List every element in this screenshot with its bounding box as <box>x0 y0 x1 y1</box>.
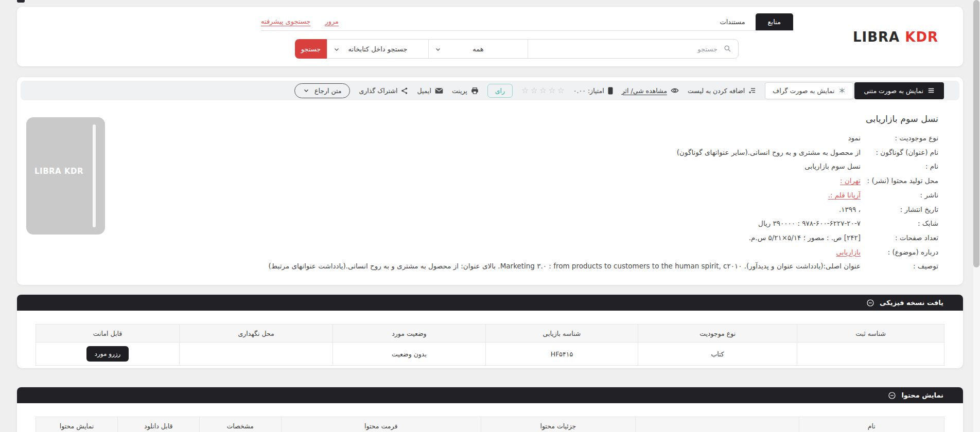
chevron-down-icon <box>334 46 340 52</box>
field-value: نسل سوم بازاریابی <box>804 161 861 171</box>
star-icon[interactable]: ☆ <box>521 86 529 95</box>
scrollbar-thumb[interactable] <box>973 0 979 267</box>
record-card: نمایش به صورت متنی نمایش به صورت گراف <box>17 77 963 285</box>
publish-place-link[interactable]: تهران : <box>840 176 861 185</box>
chevron-down-icon <box>435 46 441 52</box>
content-section-title: نمایش محتوا <box>901 391 943 399</box>
column-header: شناسه ثبت <box>797 325 944 343</box>
share-icon <box>401 87 408 95</box>
entity-type-cell: کتاب <box>638 343 797 366</box>
column-header: شناسه بازیابی <box>485 325 638 343</box>
view-as-text-button[interactable]: نمایش به صورت متنی <box>854 82 944 99</box>
field-value: ۹۷۸-۶۰۰-۶۲۲۷-۲۰-۷ : ۳۹۰۰۰۰ ریال <box>758 219 861 228</box>
collapse-section-button[interactable] <box>888 391 896 400</box>
physical-copy-card: یافت نسخه فیزیکی شناسه ثبت نوع موجودیت ش… <box>17 295 963 368</box>
vote-button[interactable]: رای <box>487 84 513 98</box>
field-label: محل تولید محتوا (نشر) : <box>861 176 938 185</box>
star-icon[interactable]: ☆ <box>557 86 564 95</box>
column-header: قابل دانلود <box>117 417 199 432</box>
field-value: از محصول به مشتری و به روح انسانی.(سایر … <box>677 148 861 157</box>
field-label: تعداد صفحات : <box>861 233 938 242</box>
logo-text-kdr: KDR <box>905 29 938 45</box>
retrieval-id-cell: HF۵۴۱۵ <box>485 343 638 366</box>
tab-documents[interactable]: مستندات <box>710 13 756 30</box>
email-button[interactable]: ایمیل <box>417 87 443 95</box>
search-location-dropdown[interactable]: جستجو داخل کتابخانه <box>327 40 429 58</box>
field-row: تعداد صفحات : [۲۴۲] ص. : مصور ؛ ۵/۱۴×۵/۲… <box>135 233 938 242</box>
tab-bar: منابع مستندات <box>710 13 793 30</box>
content-section-bar: نمایش محتوا <box>17 387 963 403</box>
search-button[interactable]: جستجو <box>295 39 327 59</box>
star-icon[interactable]: ☆ <box>539 86 547 95</box>
column-header: فرمت محتوا <box>281 417 481 432</box>
column-header-empty <box>635 417 799 432</box>
browse-link[interactable]: مرور <box>325 17 339 25</box>
column-header: محل نگهداری <box>179 325 332 343</box>
field-row: محل تولید محتوا (نشر) : تهران : <box>135 176 938 185</box>
field-value: [۲۴۲] ص. : مصور ؛ ۵/۱۴×۵/۲۱ س.م. <box>749 233 861 242</box>
share-button[interactable]: اشتراک گذاری <box>359 87 408 95</box>
field-row: درباره (موضوع) : بازاریابی <box>135 247 938 257</box>
advanced-search-link[interactable]: جستجوی پیشرفته <box>261 17 310 25</box>
status-cell: بدون وضعیت <box>333 343 486 366</box>
quick-links: مرور جستجوی پیشرفته <box>261 17 339 30</box>
search-input[interactable] <box>528 40 738 58</box>
citation-dropdown[interactable]: متن ارجاع <box>294 83 350 98</box>
table-row: کتاب HF۵۴۱۵ بدون وضعیت رزرو مورد <box>36 343 944 366</box>
field-label: درباره (موضوع) : <box>861 247 938 257</box>
field-row: تاریخ انتشار : ، ۱۳۹۹. <box>135 205 938 214</box>
reserve-item-button[interactable]: رزرو مورد <box>86 346 129 362</box>
star-icon[interactable]: ☆ <box>530 86 537 95</box>
column-header: نوع موجودیت <box>638 325 797 343</box>
table-header-row: نام جزئیات محتوا فرمت محتوا مشخصات قابل … <box>36 417 944 432</box>
cutoff-element-fragment <box>17 0 25 3</box>
tab-resources[interactable]: منابع <box>756 13 793 30</box>
collapse-section-button[interactable] <box>866 299 874 307</box>
field-row: نوع موجودیت : نمود <box>135 133 938 142</box>
record-toolbar: نمایش به صورت متنی نمایش به صورت گراف <box>21 81 959 100</box>
field-value: ، ۱۳۹۹. <box>839 205 861 214</box>
add-to-list-button[interactable]: اضافه کردن به لیست <box>688 87 756 95</box>
envelope-icon <box>435 87 443 94</box>
physical-copies-table: شناسه ثبت نوع موجودیت شناسه بازیابی وضعی… <box>36 324 944 366</box>
search-scope-dropdown[interactable]: همه <box>429 40 528 58</box>
minus-circle-icon <box>866 299 874 307</box>
logo-text-libra: LIBRA <box>853 29 900 45</box>
score-display: امتیاز: ۰.۰۰ <box>573 87 613 95</box>
field-row: ناشر : آریانا قلم :. <box>135 190 938 200</box>
register-id-cell <box>797 343 944 366</box>
physical-section-title: یافت نسخه فیزیکی <box>880 299 943 307</box>
field-row: نام (عنوان) گوناگون : از محصول به مشتری … <box>135 148 938 157</box>
view-as-graph-button[interactable]: نمایش به صورت گراف <box>765 82 853 99</box>
search-location-value: جستجو داخل کتابخانه <box>348 45 408 53</box>
content-table: نام جزئیات محتوا فرمت محتوا مشخصات قابل … <box>36 417 944 432</box>
view-object-link[interactable]: مشاهده شی/ اثر <box>622 86 679 95</box>
field-label: شابک : <box>861 219 938 228</box>
print-button[interactable]: پرینت <box>452 87 479 95</box>
view-mode-switch: نمایش به صورت متنی نمایش به صورت گراف <box>765 82 944 99</box>
field-label: ناشر : <box>861 190 938 200</box>
field-row: نام : نسل سوم بازاریابی <box>135 161 938 171</box>
vertical-scrollbar[interactable] <box>973 0 980 432</box>
field-row: شابک : ۹۷۸-۶۰۰-۶۲۲۷-۲۰-۷ : ۳۹۰۰۰۰ ریال <box>135 219 938 228</box>
field-label: نوع موجودیت : <box>861 133 938 142</box>
star-icon[interactable]: ☆ <box>548 86 555 95</box>
score-value: امتیاز: ۰.۰۰ <box>573 87 604 95</box>
field-label: نام (عنوان) گوناگون : <box>861 148 938 157</box>
column-header: قابل امانت <box>36 325 180 343</box>
column-header: وضعیت مورد <box>333 325 486 343</box>
subject-link[interactable]: بازاریابی <box>836 247 861 257</box>
printer-icon <box>471 87 479 95</box>
field-label: نام : <box>861 161 938 171</box>
table-header-row: شناسه ثبت نوع موجودیت شناسه بازیابی وضعی… <box>36 325 944 343</box>
location-cell <box>179 343 332 366</box>
publisher-link[interactable]: آریانا قلم :. <box>828 190 861 200</box>
graph-view-icon <box>838 87 846 94</box>
column-header: مشخصات <box>199 417 281 432</box>
eye-icon <box>671 86 679 95</box>
record-title: نسل سوم بازاریابی <box>135 114 938 124</box>
search-bar: همه جستجو داخل کتابخانه جستجو <box>295 39 739 59</box>
add-to-list-icon <box>748 87 756 95</box>
record-details: نسل سوم بازاریابی نوع موجودیت : نمود نام… <box>135 114 938 271</box>
search-input-segment <box>528 40 738 58</box>
